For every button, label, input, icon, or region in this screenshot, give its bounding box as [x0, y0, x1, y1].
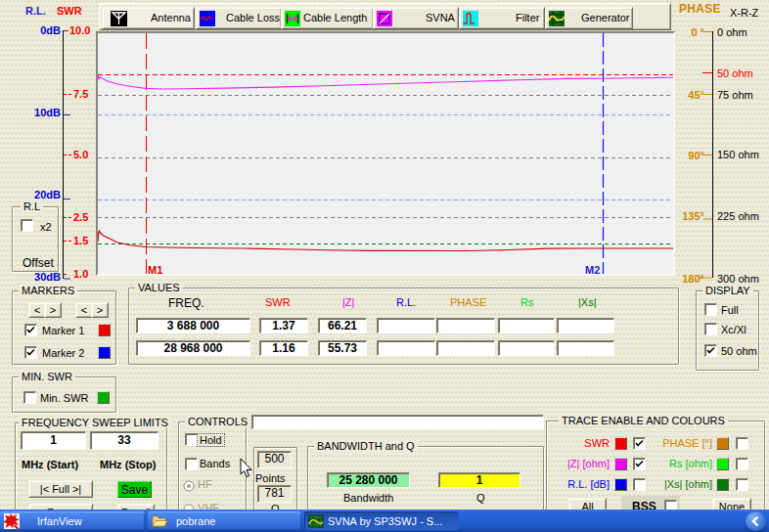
svg-text:M1: M1 [148, 264, 162, 274]
svg-text:M2: M2 [585, 264, 600, 274]
